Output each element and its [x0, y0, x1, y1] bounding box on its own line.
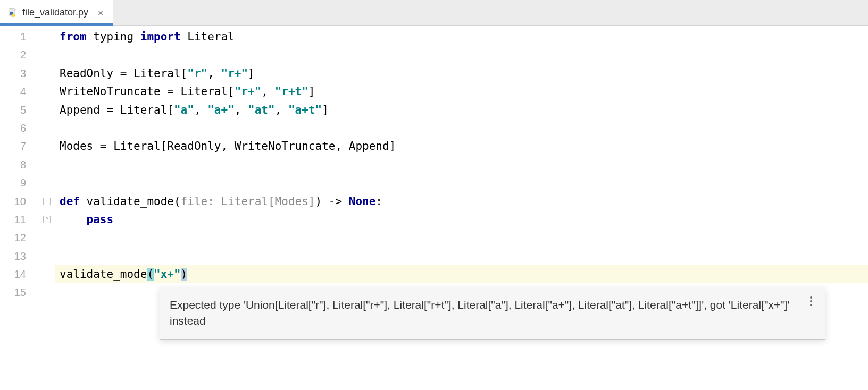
fold-toggle-icon[interactable]: −: [43, 198, 51, 205]
line-number: 8: [0, 156, 41, 174]
code-line[interactable]: [55, 156, 868, 174]
code-line[interactable]: WriteNoTruncate = Literal["r+", "r+t"]: [55, 82, 868, 100]
fold-gutter: − ⌃: [41, 26, 55, 390]
type-error-tooltip: Expected type 'Union[Literal["r"], Liter…: [160, 287, 825, 340]
tooltip-message: Expected type 'Union[Literal["r"], Liter…: [170, 299, 789, 327]
line-number: 7: [0, 137, 41, 155]
code-line-active[interactable]: validate_mode("x+"): [55, 265, 868, 283]
line-number: 15: [0, 283, 41, 301]
code-line[interactable]: [55, 174, 868, 192]
close-tab-icon[interactable]: ×: [96, 8, 105, 18]
line-number: 13: [0, 247, 41, 265]
code-line[interactable]: ReadOnly = Literal["r", "r+"]: [55, 64, 868, 82]
line-number: 2: [0, 46, 41, 64]
line-number: 3: [0, 64, 41, 82]
svg-point-2: [12, 13, 15, 17]
line-number: 11: [0, 210, 41, 228]
tab-file-validator[interactable]: file_validator.py ×: [0, 0, 113, 25]
code-line[interactable]: [55, 228, 868, 247]
tooltip-more-actions-icon[interactable]: [805, 295, 817, 308]
tab-bar: file_validator.py ×: [0, 0, 868, 26]
code-line[interactable]: [55, 119, 868, 137]
code-line[interactable]: def validate_mode(file: Literal[Modes]) …: [55, 192, 868, 210]
tab-filename: file_validator.py: [22, 7, 88, 18]
code-line[interactable]: [55, 247, 868, 265]
code-line[interactable]: from typing import Literal: [55, 28, 868, 46]
line-number: 12: [0, 228, 41, 247]
line-number: 5: [0, 101, 41, 119]
code-line[interactable]: Modes = Literal[ReadOnly, WriteNoTruncat…: [55, 137, 868, 155]
line-number: 10: [0, 192, 41, 210]
python-file-icon: [7, 7, 18, 18]
line-number: 1: [0, 28, 41, 46]
line-number: 6: [0, 119, 41, 137]
fold-end-icon[interactable]: ⌃: [43, 216, 51, 223]
code-line[interactable]: Append = Literal["a", "a+", "at", "a+t"]: [55, 101, 868, 119]
code-line[interactable]: pass: [55, 210, 868, 228]
line-number-gutter: 1 2 3 4 5 6 7 8 9 10 11 12 13 14 15: [0, 26, 41, 390]
line-number: 14: [0, 265, 41, 283]
line-number: 4: [0, 82, 41, 100]
line-number: 9: [0, 174, 41, 192]
code-line[interactable]: [55, 46, 868, 64]
